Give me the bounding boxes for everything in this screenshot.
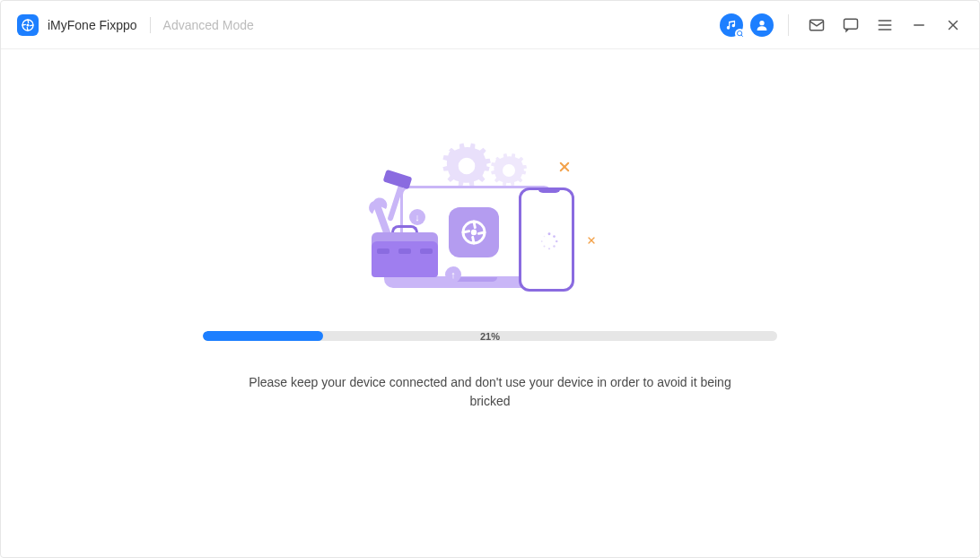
mail-button[interactable] bbox=[803, 12, 830, 39]
app-tile-icon bbox=[449, 207, 499, 257]
svg-point-16 bbox=[553, 235, 556, 238]
gear-icon bbox=[490, 152, 528, 189]
sparkle-icon bbox=[587, 236, 596, 245]
svg-rect-6 bbox=[844, 19, 858, 29]
account-button[interactable] bbox=[750, 13, 774, 37]
feedback-button[interactable] bbox=[837, 12, 864, 39]
svg-point-22 bbox=[544, 236, 546, 238]
progress-bar: 21% bbox=[203, 331, 777, 341]
svg-point-20 bbox=[543, 245, 545, 247]
instruction-text: Please keep your device connected and do… bbox=[239, 373, 741, 411]
progress-percent-label: 21% bbox=[480, 331, 500, 342]
upload-bubble-icon: ↑ bbox=[445, 266, 461, 283]
titlebar: iMyFone Fixppo Advanced Mode bbox=[1, 1, 979, 49]
title-divider bbox=[150, 17, 151, 33]
app-window: iMyFone Fixppo Advanced Mode bbox=[0, 0, 980, 558]
svg-point-19 bbox=[548, 248, 550, 249]
download-bubble-icon: ↓ bbox=[409, 209, 425, 225]
titlebar-actions bbox=[720, 12, 967, 39]
spinner-icon bbox=[539, 231, 559, 251]
svg-point-14 bbox=[471, 230, 477, 235]
app-title: iMyFone Fixppo bbox=[48, 18, 137, 32]
main-content: ↓ ↑ bbox=[1, 49, 979, 557]
repair-illustration: ↓ ↑ bbox=[355, 128, 625, 308]
menu-button[interactable] bbox=[871, 12, 898, 39]
svg-point-15 bbox=[548, 232, 551, 235]
laptop-notch bbox=[454, 277, 497, 282]
close-button[interactable] bbox=[940, 12, 967, 39]
sparkle-icon bbox=[558, 161, 571, 173]
svg-point-17 bbox=[556, 240, 558, 243]
svg-point-21 bbox=[541, 240, 543, 242]
svg-point-18 bbox=[553, 245, 555, 247]
svg-point-1 bbox=[26, 23, 29, 26]
titlebar-divider bbox=[788, 14, 789, 36]
phone-illustration bbox=[519, 187, 574, 292]
toolbox-icon bbox=[372, 241, 438, 277]
progress-fill bbox=[203, 331, 323, 341]
music-promo-button[interactable] bbox=[720, 13, 743, 37]
mode-label: Advanced Mode bbox=[163, 18, 254, 32]
gear-icon bbox=[442, 141, 492, 191]
svg-line-3 bbox=[741, 35, 743, 37]
app-logo-icon bbox=[17, 14, 39, 36]
minimize-button[interactable] bbox=[906, 12, 932, 39]
svg-point-4 bbox=[759, 21, 764, 25]
